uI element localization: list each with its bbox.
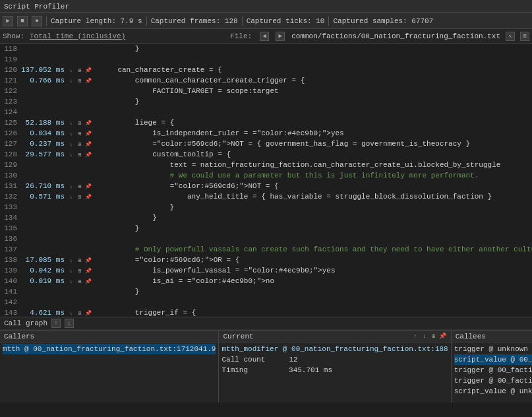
code-row[interactable]: 130 # We could use a parameter but this … (0, 170, 532, 181)
line-timing: 0.766 ms (21, 77, 67, 84)
down-arrow-icon[interactable]: ↓ (67, 277, 75, 285)
pin-icon[interactable]: 📌 (84, 150, 92, 158)
callers-panel: Callers mtth @ 00_nation_fracturing_fact… (0, 331, 219, 402)
current-up-button[interactable]: ↑ (411, 333, 419, 340)
down-arrow-icon[interactable]: ↓ (67, 129, 75, 137)
line-number: 127 (0, 140, 21, 148)
copy-icon[interactable]: ⊞ (76, 150, 84, 158)
line-timing: 0.034 ms (21, 129, 67, 137)
copy-icon[interactable]: ⊞ (76, 77, 84, 84)
copy-icon[interactable]: ⊞ (76, 193, 84, 201)
current-copy-button[interactable]: ⊞ (430, 333, 438, 340)
down-arrow-icon[interactable]: ↓ (67, 150, 75, 158)
file-prev-button[interactable]: ◀ (260, 32, 269, 41)
pin-icon[interactable]: 📌 (84, 309, 92, 317)
line-number: 120 (0, 66, 21, 74)
pin-icon[interactable]: 📌 (84, 277, 92, 285)
view-option[interactable]: Total time (inclusive) (30, 32, 125, 40)
current-pin-button[interactable]: 📌 (439, 333, 447, 340)
code-row[interactable]: 129 text = nation_fracturing_faction.can… (0, 160, 532, 170)
current-panel-content: mtth_modifier @ 00_nation_fracturing_fac… (219, 342, 450, 402)
down-arrow-icon[interactable]: ↓ (67, 119, 75, 127)
code-row[interactable]: 134 } (0, 212, 532, 223)
copy-icon[interactable]: ⊞ (76, 119, 84, 127)
copy-icon[interactable]: ⊞ (76, 182, 84, 190)
code-row[interactable]: 133 } (0, 202, 532, 212)
code-row[interactable]: 135 } (0, 223, 532, 234)
code-row[interactable]: 1320.571 ms↓⊞📌 any_held_title = { has_va… (0, 191, 532, 202)
code-row[interactable]: 1390.042 ms↓⊞📌 is_powerful_vassal = ="co… (0, 265, 532, 276)
caller-row[interactable]: mtth @ 00_nation_fracturing_faction.txt:… (3, 344, 216, 354)
code-row[interactable]: 120137.052 ms↓⊞📌 can_character_create = … (0, 65, 532, 75)
pin-icon[interactable]: 📌 (84, 66, 92, 74)
line-timing: 0.019 ms (21, 277, 67, 285)
file-next-button[interactable]: ▶ (276, 32, 285, 41)
line-timing: 137.052 ms (21, 66, 67, 74)
callee-row-4[interactable]: script_value @ unknown location 96.739 m… (454, 386, 532, 397)
code-row[interactable]: 123 } (0, 96, 532, 107)
copy-icon[interactable]: ⊞ (76, 140, 84, 148)
code-row[interactable]: 118 } (0, 44, 532, 54)
code-row[interactable]: 12552.188 ms↓⊞📌 liege = { (0, 117, 532, 128)
down-arrow-icon[interactable]: ↓ (67, 267, 75, 274)
code-row[interactable]: 122 FACTION_TARGET = scope:target (0, 86, 532, 96)
code-row[interactable]: 13126.710 ms↓⊞📌 ="color:#569cd6;">NOT = … (0, 181, 532, 191)
down-arrow-icon[interactable]: ↓ (67, 193, 75, 201)
down-arrow-icon[interactable]: ↓ (67, 77, 75, 84)
down-arrow-icon[interactable]: ↓ (67, 309, 75, 317)
copy-icon[interactable]: ⊞ (76, 267, 84, 274)
callee-row-1[interactable]: script_value @ 00_legitimacy.txt:124 176… (454, 354, 532, 365)
row-icons: ↓⊞📌 (67, 182, 99, 190)
callee-row-3[interactable]: trigger @ 00_faction_modifiers.txt:70 11… (454, 375, 532, 386)
code-content: } (99, 224, 532, 232)
pin-icon[interactable]: 📌 (84, 267, 92, 274)
code-row[interactable]: 142 (0, 297, 532, 307)
code-content: liege = { (99, 119, 532, 127)
pin-icon[interactable]: 📌 (84, 256, 92, 264)
code-content: } (99, 98, 532, 106)
code-row[interactable]: 136 (0, 234, 532, 244)
copy-icon[interactable]: ⊞ (76, 309, 84, 317)
play-button[interactable]: ▶ (3, 16, 13, 26)
call-graph-up-button[interactable]: ↑ (51, 319, 61, 328)
pin-icon[interactable]: 📌 (84, 140, 92, 148)
code-row[interactable]: 119 (0, 54, 532, 65)
code-row[interactable]: 137 # Only powerfull vassals can create … (0, 244, 532, 255)
down-arrow-icon[interactable]: ↓ (67, 140, 75, 148)
code-row[interactable]: 1260.034 ms↓⊞📌 is_independent_ruler = ="… (0, 128, 532, 139)
line-number: 126 (0, 129, 21, 137)
pin-icon[interactable]: 📌 (84, 119, 92, 127)
record-button[interactable]: ● (32, 16, 42, 26)
file-action2-button[interactable]: ⊞ (520, 32, 529, 41)
down-arrow-icon[interactable]: ↓ (67, 182, 75, 190)
line-number: 138 (0, 256, 21, 264)
code-row[interactable]: 1210.766 ms↓⊞📌 common_can_character_crea… (0, 75, 532, 86)
call-graph-down-button[interactable]: ↓ (65, 319, 74, 328)
down-arrow-icon[interactable]: ↓ (67, 256, 75, 264)
stop-button[interactable]: ■ (17, 16, 28, 26)
current-down-button[interactable]: ↓ (421, 333, 429, 340)
callee-row-0[interactable]: trigger @ unknown location 2.368.149 ms (454, 344, 532, 354)
code-area[interactable]: 118 }119120137.052 ms↓⊞📌 can_character_c… (0, 44, 532, 317)
callee-row-2[interactable]: trigger @ 00_faction_modifiers.txt:40 12… (454, 365, 532, 375)
code-row[interactable]: 1434.621 ms↓⊞📌 trigger_if = { (0, 307, 532, 317)
copy-icon[interactable]: ⊞ (76, 129, 84, 137)
code-row[interactable]: 141 } (0, 286, 532, 297)
pin-icon[interactable]: 📌 (84, 182, 92, 190)
pin-icon[interactable]: 📌 (84, 129, 92, 137)
pin-icon[interactable]: 📌 (84, 193, 92, 201)
down-arrow-icon[interactable]: ↓ (67, 66, 75, 74)
pin-icon[interactable]: 📌 (84, 77, 92, 84)
copy-icon[interactable]: ⊞ (76, 256, 84, 264)
copy-icon[interactable]: ⊞ (76, 277, 84, 285)
code-row[interactable]: 1400.019 ms↓⊞📌 is_ai = ="color:#4ec9b0;"… (0, 276, 532, 286)
code-row[interactable]: 13817.085 ms↓⊞📌 ="color:#569cd6;">OR = { (0, 255, 532, 265)
code-row[interactable]: 124 (0, 107, 532, 117)
copy-icon[interactable]: ⊞ (76, 66, 84, 74)
code-content: FACTION_TARGET = scope:target (99, 87, 532, 95)
file-action1-button[interactable]: ↖ (506, 32, 515, 41)
code-row[interactable]: 12829.577 ms↓⊞📌 custom_tooltip = { (0, 149, 532, 160)
code-content: can_character_create = { (99, 66, 532, 74)
code-row[interactable]: 1270.237 ms↓⊞📌 ="color:#569cd6;">NOT = {… (0, 139, 532, 149)
code-content: } (99, 45, 532, 53)
